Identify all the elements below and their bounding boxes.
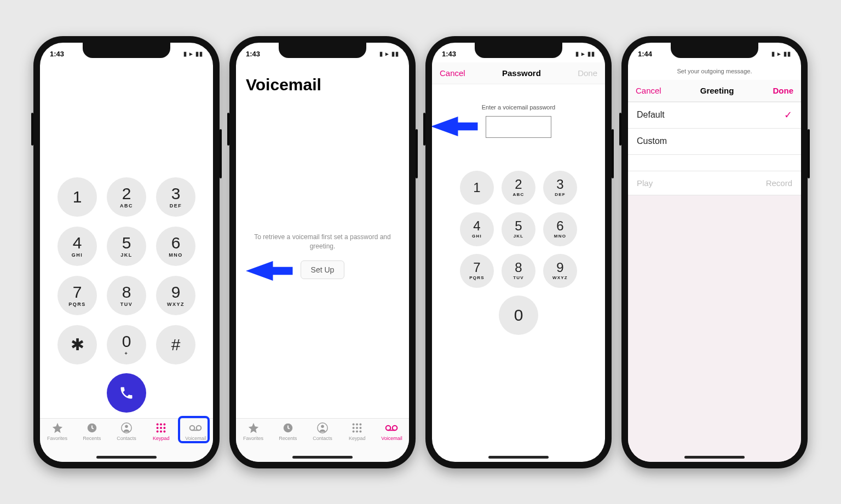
key-7[interactable]: 7PQRS [460, 254, 494, 288]
tab-contacts[interactable]: Contacts [109, 422, 143, 441]
recents-icon [281, 422, 295, 434]
tab-keypad[interactable]: Keypad [340, 422, 375, 441]
svg-marker-15 [246, 261, 293, 281]
key-3[interactable]: 3DEF [543, 171, 577, 205]
favorites-icon [51, 422, 64, 434]
key-digit: 6 [171, 235, 181, 251]
tab-favorites[interactable]: Favorites [236, 422, 270, 441]
key-1[interactable]: 1 [57, 177, 97, 217]
voicemail-icon [385, 422, 398, 434]
key-sub: JKL [120, 252, 133, 258]
tab-keypad[interactable]: Keypad [144, 422, 178, 441]
key-digit: 4 [473, 219, 480, 233]
svg-point-3 [157, 423, 159, 425]
contacts-icon [120, 422, 133, 434]
tab-recents[interactable]: Recents [74, 422, 109, 441]
key-digit: 2 [122, 186, 131, 202]
key-sub: MNO [554, 234, 566, 239]
cancel-button[interactable]: Cancel [440, 68, 465, 78]
key-0[interactable]: 0 [499, 296, 538, 335]
key-1[interactable]: 1 [460, 171, 494, 205]
key-3[interactable]: 3DEF [156, 177, 195, 217]
status-icons: ▮ ▸ ▮▮ [771, 50, 791, 57]
tab-label: Recents [279, 436, 297, 441]
key-sub: ABC [120, 203, 133, 208]
key-digit: 3 [171, 186, 181, 202]
phone-row: 1:43 ▮ ▸ ▮▮ 12ABC3DEF4GHI5JKL6MNO7PQRS8T… [33, 36, 808, 468]
tab-contacts[interactable]: Contacts [305, 422, 339, 441]
tabbar: FavoritesRecentsContactsKeypadVoicemail [40, 418, 213, 462]
key-#[interactable]: # [156, 325, 195, 364]
svg-point-6 [157, 426, 159, 428]
key-4[interactable]: 4GHI [460, 212, 494, 246]
key-sub: GHI [72, 252, 83, 258]
option-label: Custom [637, 136, 667, 146]
notch [279, 43, 366, 58]
key-4[interactable]: 4GHI [57, 227, 97, 266]
status-time: 1:43 [442, 50, 456, 58]
phone-2: 1:43 ▮ ▸ ▮▮ Voicemail To retrieve a voic… [229, 36, 416, 468]
svg-point-5 [164, 423, 166, 425]
notch [475, 43, 562, 58]
key-5[interactable]: 5JKL [502, 212, 535, 246]
key-digit: 9 [171, 284, 181, 300]
key-sub: PQRS [68, 302, 86, 307]
password-input[interactable] [486, 116, 551, 138]
navbar: Cancel Greeting Done [628, 80, 801, 102]
key-digit: 0 [122, 333, 131, 350]
tabbar: FavoritesRecentsContactsKeypadVoicemail [236, 418, 409, 462]
key-9[interactable]: 9WXYZ [156, 276, 195, 315]
key-digit: 2 [515, 178, 522, 191]
svg-point-26 [356, 430, 358, 432]
svg-point-12 [190, 425, 195, 430]
greeting-option-default[interactable]: Default✓ [628, 102, 801, 129]
play-button: Play [637, 178, 653, 188]
key-7[interactable]: 7PQRS [57, 276, 97, 315]
key-8[interactable]: 8TUV [107, 276, 146, 315]
keypad-icon [350, 422, 364, 434]
key-digit: 8 [122, 284, 131, 300]
key-digit: 8 [515, 261, 522, 274]
key-9[interactable]: 9WXYZ [543, 254, 577, 288]
key-digit: 6 [556, 219, 563, 233]
voicemail-hint: To retrieve a voicemail first set a pass… [252, 233, 393, 251]
nav-title: Greeting [700, 86, 734, 95]
tab-label: Recents [83, 436, 101, 441]
key-digit: ✱ [71, 337, 84, 353]
tab-voicemail[interactable]: Voicemail [178, 422, 213, 441]
key-digit: 7 [73, 284, 82, 300]
key-8[interactable]: 8TUV [502, 254, 535, 288]
status-icons: ▮ ▸ ▮▮ [575, 50, 595, 57]
key-sub: JKL [514, 234, 524, 239]
tab-recents[interactable]: Recents [270, 422, 305, 441]
tab-favorites[interactable]: Favorites [40, 422, 74, 441]
option-label: Default [637, 110, 665, 120]
key-2[interactable]: 2ABC [502, 171, 535, 205]
dial-button[interactable] [107, 373, 146, 413]
key-sub: WXYZ [552, 275, 568, 280]
key-2[interactable]: 2ABC [107, 177, 146, 217]
done-button[interactable]: Done [773, 86, 793, 95]
key-6[interactable]: 6MNO [543, 212, 577, 246]
keypad: 12ABC3DEF4GHI5JKL6MNO7PQRS8TUV9WXYZ [460, 171, 577, 288]
tab-voicemail[interactable]: Voicemail [375, 422, 409, 441]
svg-point-4 [160, 423, 162, 425]
status-time: 1:43 [246, 50, 260, 58]
home-indicator [96, 456, 157, 459]
cancel-button[interactable]: Cancel [636, 86, 661, 95]
key-✱[interactable]: ✱ [57, 325, 97, 364]
outgoing-hint: Set your outgoing message. [628, 62, 801, 80]
keypad: 12ABC3DEF4GHI5JKL6MNO7PQRS8TUV9WXYZ✱0+# [52, 177, 201, 364]
key-digit: 0 [514, 307, 523, 323]
setup-button[interactable]: Set Up [301, 260, 345, 279]
actions-row: Play Record [628, 171, 801, 195]
svg-point-11 [164, 430, 166, 432]
key-5[interactable]: 5JKL [107, 227, 146, 266]
key-6[interactable]: 6MNO [156, 227, 195, 266]
nav-title: Password [502, 68, 541, 78]
status-time: 1:44 [638, 50, 652, 58]
phone-icon [119, 385, 134, 401]
greeting-option-custom[interactable]: Custom [628, 129, 801, 155]
phone-3: 1:43 ▮ ▸ ▮▮ Cancel Password Done Enter a… [425, 36, 612, 468]
key-0[interactable]: 0+ [107, 325, 146, 364]
